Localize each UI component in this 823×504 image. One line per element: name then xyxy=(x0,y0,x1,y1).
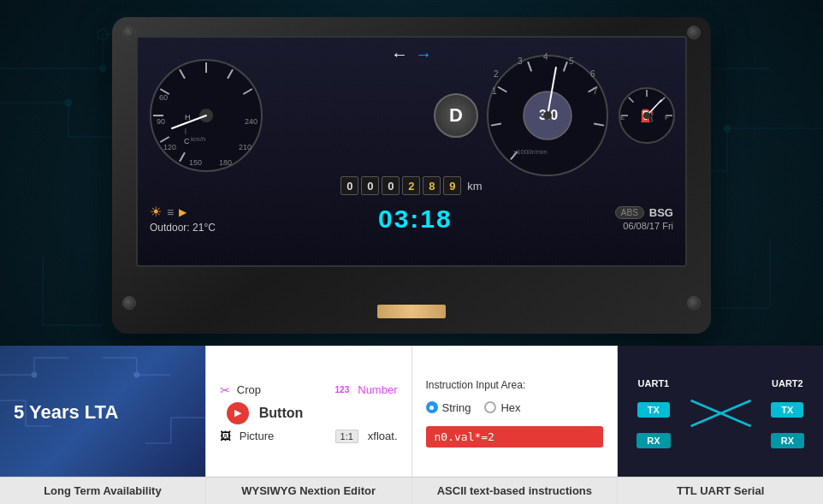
screw-tl xyxy=(122,26,136,39)
arrow-right-icon: → xyxy=(415,44,432,64)
odo-digit-0: 0 xyxy=(340,176,358,195)
button-label: Button xyxy=(259,406,304,421)
svg-text:180: 180 xyxy=(219,158,232,167)
radio-hex-dot xyxy=(484,401,496,413)
xfloat-label: xfloat. xyxy=(368,430,398,442)
radio-string[interactable]: String xyxy=(426,401,471,414)
crop-label: Crop xyxy=(237,383,261,396)
play-icon: ▶ xyxy=(179,206,187,218)
screw-br xyxy=(687,296,701,310)
svg-point-60 xyxy=(643,112,650,119)
wysiwyg-row-1: ✂ Crop 123 Number xyxy=(220,383,398,397)
lcd-screen: ← → xyxy=(136,36,687,267)
wysiwyg-row-3: 🖼 Picture 1:1 xfloat. xyxy=(220,430,398,443)
ascii-label: ASCII text-based instructions xyxy=(412,477,618,504)
code-input[interactable]: n0.val*=2 xyxy=(426,426,604,448)
svg-text:x1000r/min: x1000r/min xyxy=(513,148,548,156)
odo-digit-2: 0 xyxy=(382,176,400,195)
uart-diagram: UART1 TX RX UART2 TX RX xyxy=(631,378,809,448)
svg-text:E: E xyxy=(620,114,625,122)
arrow-left-icon: ← xyxy=(391,44,408,64)
gear-indicator: D xyxy=(434,93,478,138)
feature-card-lta: 5 Years LTA Long Term Availability xyxy=(0,346,206,504)
svg-text:60: 60 xyxy=(159,93,168,102)
svg-text:6: 6 xyxy=(590,69,595,79)
svg-text:240: 240 xyxy=(245,117,258,126)
lta-title: 5 Years LTA xyxy=(14,401,192,424)
xfloat-icon: 1:1 xyxy=(335,430,358,443)
svg-point-61 xyxy=(32,372,37,377)
lcd-device: ← → xyxy=(112,17,711,334)
uart2-rx: RX xyxy=(771,433,804,448)
sun-icon: ☀ xyxy=(150,204,162,220)
svg-text:1: 1 xyxy=(492,86,497,96)
features-section: 5 Years LTA Long Term Availability ✂ Cro… xyxy=(0,346,823,504)
gear-label: D xyxy=(449,104,463,127)
ascii-content: Instruction Input Area: String Hex n0.va… xyxy=(412,346,618,477)
picture-label: Picture xyxy=(240,430,274,442)
radio-hex[interactable]: Hex xyxy=(484,401,520,414)
svg-text:120: 120 xyxy=(163,143,176,151)
screw-tr xyxy=(687,26,701,39)
clock-display: 03:18 xyxy=(378,205,453,234)
odo-digit-4: 8 xyxy=(423,176,441,195)
odometer-row: 0 0 0 2 8 9 km xyxy=(138,176,685,195)
uart2-col: UART2 TX RX xyxy=(771,378,804,448)
uart2-label: UART2 xyxy=(772,378,803,388)
svg-text:210: 210 xyxy=(239,143,252,151)
odo-digit-1: 0 xyxy=(361,176,379,195)
odo-digit-5: 9 xyxy=(443,176,461,195)
wysiwyg-content: ✂ Crop 123 Number ▶ Button 🖼 Picture 1:1… xyxy=(206,346,412,477)
svg-text:km/h: km/h xyxy=(191,135,205,143)
crop-icon: ✂ xyxy=(220,383,230,397)
screw-bl xyxy=(122,296,136,310)
lta-content: 5 Years LTA xyxy=(0,346,205,477)
radio-string-dot xyxy=(426,401,438,413)
odo-digit-3: 2 xyxy=(402,176,420,195)
picture-icon: 🖼 xyxy=(220,430,231,442)
svg-text:C: C xyxy=(184,137,190,145)
svg-text:7: 7 xyxy=(593,86,598,96)
svg-text:4: 4 xyxy=(543,52,548,62)
radio-row: String Hex xyxy=(426,401,604,414)
outdoor-temp: Outdoor: 21°C xyxy=(150,222,216,234)
svg-text:H: H xyxy=(185,113,191,122)
abs-badge: ABS xyxy=(615,206,644,219)
uart1-tx: TX xyxy=(637,402,670,418)
svg-point-62 xyxy=(134,372,139,377)
svg-text:|: | xyxy=(185,127,187,134)
instruction-title: Instruction Input Area: xyxy=(426,379,604,391)
wysiwyg-label: WYSIWYG Nextion Editor xyxy=(206,477,412,504)
ribbon-connector xyxy=(377,305,446,318)
svg-point-49 xyxy=(543,111,552,120)
svg-text:3: 3 xyxy=(518,56,523,66)
date-display: 06/08/17 Fri xyxy=(623,221,673,231)
dashboard: ← → xyxy=(138,38,685,265)
svg-text:F: F xyxy=(665,114,669,122)
speedometer-gauge: 60 90 120 150 180 210 240 km/h xyxy=(146,56,266,175)
uart1-label: UART1 xyxy=(638,378,670,388)
uart1-col: UART1 TX RX xyxy=(636,378,670,448)
rpm-gauge: 1 2 3 4 5 6 7 3.0 xyxy=(483,51,612,180)
number-label: Number xyxy=(358,383,397,396)
uart2-tx: TX xyxy=(771,402,803,418)
radio-hex-label: Hex xyxy=(500,401,520,414)
svg-text:90: 90 xyxy=(157,117,165,126)
uart-label: TTL UART Serial xyxy=(618,477,823,504)
uart1-rx: RX xyxy=(636,433,670,448)
svg-text:2: 2 xyxy=(494,69,499,79)
display-section: ← → xyxy=(0,0,823,342)
fuel-gauge: ⛽ E F xyxy=(617,64,677,167)
feature-card-uart: UART1 TX RX UART2 TX RX xyxy=(618,346,823,504)
uart-cross-diagram xyxy=(676,379,766,448)
odo-unit: km xyxy=(467,180,482,193)
wysiwyg-row-2: ▶ Button xyxy=(227,402,398,424)
feature-card-ascii: Instruction Input Area: String Hex n0.va… xyxy=(412,346,619,504)
bsg-text: BSG xyxy=(649,206,673,219)
number-icon: 123 xyxy=(335,385,350,394)
svg-text:150: 150 xyxy=(189,158,202,167)
button-play-icon: ▶ xyxy=(227,402,249,424)
svg-text:5: 5 xyxy=(569,56,574,66)
lta-label: Long Term Availability xyxy=(0,477,205,504)
lines-icon: ≡ xyxy=(167,205,174,219)
